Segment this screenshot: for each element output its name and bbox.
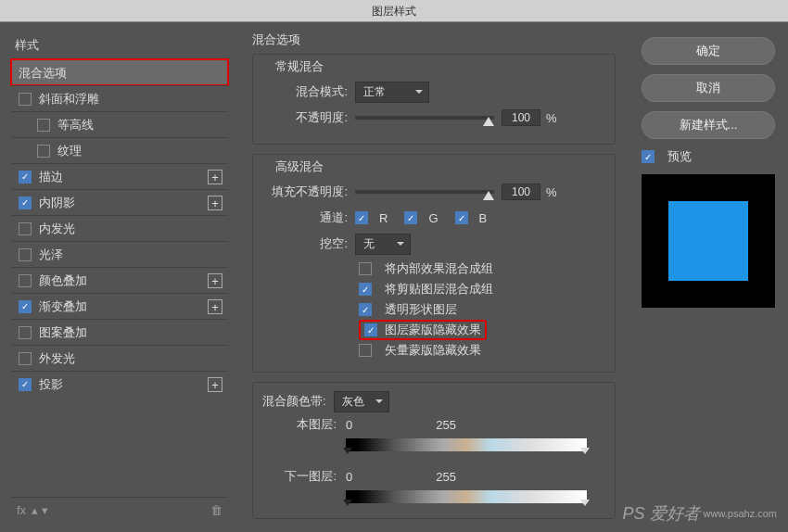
channel-r-label: R <box>379 211 388 225</box>
right-panel: 确定 取消 新建样式... 预览 <box>629 22 788 530</box>
sidebar-footer: fx ▴ ▾ 🗑 <box>11 497 228 523</box>
style-item-0[interactable]: 混合选项 <box>11 59 228 85</box>
preview-label: 预览 <box>667 148 692 165</box>
style-item-2[interactable]: 等高线 <box>11 111 228 137</box>
style-item-3[interactable]: 纹理 <box>11 137 228 163</box>
styles-sidebar: 样式 混合选项斜面和浮雕等高线纹理描边+内阴影+内发光光泽颜色叠加+渐变叠加+图… <box>0 22 239 530</box>
style-label: 外发光 <box>39 350 75 367</box>
blendif-label: 混合颜色带: <box>262 393 326 410</box>
pct-label: % <box>546 111 557 125</box>
channels-label: 通道: <box>262 209 348 226</box>
add-effect-icon[interactable]: + <box>208 196 222 210</box>
style-item-8[interactable]: 颜色叠加+ <box>11 267 228 293</box>
channel-r-checkbox[interactable] <box>355 211 368 224</box>
adv-opt-checkbox-0[interactable] <box>359 262 372 275</box>
style-checkbox[interactable] <box>19 222 32 235</box>
fx-label[interactable]: fx <box>17 503 26 517</box>
style-checkbox[interactable] <box>19 248 32 261</box>
under-layer-label: 下一图层: <box>262 468 337 485</box>
adv-opt-label: 图层蒙版隐藏效果 <box>385 322 481 338</box>
style-checkbox[interactable] <box>19 171 32 184</box>
fill-opacity-label: 填充不透明度: <box>262 184 348 200</box>
pct-label: % <box>546 185 557 199</box>
options-panel: 混合选项 常规混合 混合模式: 正常 不透明度: 100 % 高级混合 填充不透… <box>239 22 629 530</box>
add-effect-icon[interactable]: + <box>208 170 222 184</box>
preview-box <box>642 174 775 308</box>
under-layer-gradient[interactable] <box>346 490 587 503</box>
style-label: 投影 <box>39 376 63 393</box>
adv-opt-checkbox-1[interactable] <box>359 283 372 296</box>
opacity-slider[interactable] <box>355 116 494 120</box>
add-effect-icon[interactable]: + <box>208 377 222 392</box>
style-checkbox[interactable] <box>19 300 32 313</box>
style-item-4[interactable]: 描边+ <box>11 163 228 189</box>
adv-opt-checkbox-4[interactable] <box>359 344 372 357</box>
style-item-6[interactable]: 内发光 <box>11 215 228 241</box>
blend-mode-select[interactable]: 正常 <box>355 82 429 103</box>
style-label: 纹理 <box>57 143 82 159</box>
style-label: 等高线 <box>57 117 94 133</box>
style-checkbox[interactable] <box>37 119 50 132</box>
style-label: 内发光 <box>39 221 75 237</box>
sidebar-header: 样式 <box>11 32 228 59</box>
style-item-10[interactable]: 图案叠加 <box>11 319 228 345</box>
style-label: 描边 <box>39 169 63 185</box>
this-layer-label: 本图层: <box>262 416 337 433</box>
style-checkbox[interactable] <box>19 352 32 365</box>
normal-blend-title: 常规混合 <box>262 58 605 75</box>
style-item-5[interactable]: 内阴影+ <box>11 189 228 215</box>
channel-g-label: G <box>428 211 438 225</box>
under-lo: 0 <box>346 470 352 484</box>
adv-opt-label: 将剪贴图层混合成组 <box>385 281 493 298</box>
style-label: 光泽 <box>39 247 63 263</box>
cancel-button[interactable]: 取消 <box>642 74 775 102</box>
trash-icon[interactable]: 🗑 <box>210 503 222 517</box>
adv-opt-label: 将内部效果混合成组 <box>385 260 493 277</box>
channel-b-checkbox[interactable] <box>455 211 468 224</box>
style-checkbox[interactable] <box>19 326 32 339</box>
adv-opt-checkbox-3[interactable] <box>364 323 377 336</box>
knockout-label: 挖空: <box>262 235 348 252</box>
style-checkbox[interactable] <box>19 274 32 287</box>
adv-opt-label: 透明形状图层 <box>385 301 457 318</box>
opacity-label: 不透明度: <box>262 109 348 126</box>
add-effect-icon[interactable]: + <box>208 299 222 314</box>
preview-checkbox[interactable] <box>642 150 655 163</box>
style-label: 图案叠加 <box>39 324 87 341</box>
style-checkbox[interactable] <box>19 196 32 209</box>
channel-b-label: B <box>479 211 488 225</box>
under-hi: 255 <box>436 470 456 484</box>
fill-opacity-slider[interactable] <box>355 190 494 194</box>
style-item-9[interactable]: 渐变叠加+ <box>11 293 228 319</box>
opacity-input[interactable]: 100 <box>502 109 540 126</box>
style-checkbox[interactable] <box>37 145 50 158</box>
preview-swatch <box>668 201 748 281</box>
ok-button[interactable]: 确定 <box>642 37 775 65</box>
blendif-select[interactable]: 灰色 <box>334 391 389 412</box>
style-item-7[interactable]: 光泽 <box>11 241 228 267</box>
fill-opacity-input[interactable]: 100 <box>502 184 540 200</box>
style-checkbox[interactable] <box>19 378 32 391</box>
window-title: 图层样式 <box>0 0 788 22</box>
channel-g-checkbox[interactable] <box>404 211 417 224</box>
knockout-select[interactable]: 无 <box>355 234 411 255</box>
highlighted-option: 图层蒙版隐藏效果 <box>359 320 487 340</box>
this-layer-gradient[interactable] <box>346 438 587 451</box>
this-hi: 255 <box>436 418 456 432</box>
style-label: 颜色叠加 <box>39 272 87 289</box>
add-effect-icon[interactable]: + <box>208 273 222 288</box>
style-item-12[interactable]: 投影+ <box>11 371 228 397</box>
arrow-up-icon[interactable]: ▴ <box>32 503 38 517</box>
adv-opt-label: 矢量蒙版隐藏效果 <box>385 342 481 359</box>
style-item-11[interactable]: 外发光 <box>11 345 228 371</box>
style-label: 混合选项 <box>19 65 67 82</box>
this-lo: 0 <box>346 418 352 432</box>
advanced-blend-title: 高级混合 <box>262 158 605 175</box>
new-style-button[interactable]: 新建样式... <box>642 111 775 139</box>
style-label: 斜面和浮雕 <box>39 91 99 108</box>
watermark: PS 爱好者 www.psahz.com <box>623 502 778 525</box>
style-item-1[interactable]: 斜面和浮雕 <box>11 85 228 111</box>
adv-opt-checkbox-2[interactable] <box>359 303 372 316</box>
style-checkbox[interactable] <box>19 93 32 106</box>
arrow-down-icon[interactable]: ▾ <box>42 503 48 517</box>
